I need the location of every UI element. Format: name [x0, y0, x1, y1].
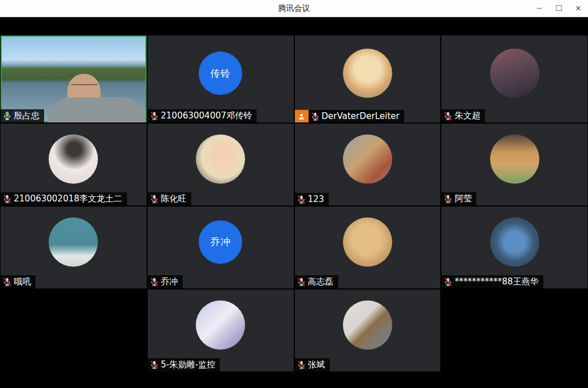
participant-nameplate: ***********88王燕华: [441, 275, 543, 288]
participant-avatar: 乔冲: [199, 220, 242, 264]
participant-name: 陈化旺: [161, 193, 187, 204]
person-denim-framed-picture-avatar: [343, 300, 392, 350]
nameplate-core: 朱文超: [441, 109, 485, 122]
mic-muted-icon: [297, 360, 306, 370]
participant-nameplate: 陈化旺: [148, 192, 191, 205]
participant-tile[interactable]: 哦吼: [1, 207, 147, 288]
mic-muted-icon: [297, 195, 306, 204]
mic-muted-icon: [2, 277, 12, 287]
maximize-button[interactable]: ☐: [549, 0, 569, 17]
shiba-dog-avatar: [343, 49, 392, 98]
mic-muted-icon: [443, 111, 453, 121]
participant-name: 朱文超: [455, 110, 480, 121]
participant-tile[interactable]: 123: [295, 124, 441, 205]
mic-muted-icon: [2, 194, 12, 204]
participant-tile[interactable]: DerVaterDerLeiter: [295, 35, 441, 122]
nameplate-core: 高志磊: [295, 275, 338, 288]
dark-pink-clouds-avatar: [490, 49, 539, 98]
participant-tile[interactable]: 乔冲 乔冲: [148, 207, 294, 288]
participant-nameplate: 高志磊: [295, 275, 338, 288]
video-person-glasses: [72, 84, 98, 90]
participant-name: 殷占忠: [14, 110, 40, 121]
window-title: 腾讯会议: [0, 3, 588, 14]
participant-tile[interactable]: ***********88王燕华: [441, 207, 587, 288]
participant-name: 123: [308, 194, 325, 204]
nameplate-core: 阿莹: [441, 192, 476, 205]
participant-nameplate: 5-朱勋雕-监控: [148, 358, 220, 371]
child-with-headphones-avatar: [196, 134, 245, 184]
participant-tile[interactable]: 殷占忠: [1, 35, 147, 122]
mic-muted-icon: [149, 360, 159, 370]
participant-tile[interactable]: 高志磊: [295, 207, 441, 288]
participant-name: 张斌: [308, 359, 325, 370]
nameplate-core: 5-朱勋雕-监控: [148, 358, 220, 371]
stitch-cartoon-avatar: [490, 217, 539, 267]
cartoon-tang-lady-green-avatar: [490, 134, 539, 184]
dog-with-bowtie-avatar: [343, 217, 392, 267]
nameplate-core: 殷占忠: [1, 109, 44, 122]
nameplate-core: 210063004007邓传铃: [148, 109, 257, 122]
participant-nameplate: 殷占忠: [1, 109, 44, 122]
mic-muted-icon: [443, 194, 453, 204]
participant-tile[interactable]: 张斌: [295, 290, 441, 371]
participant-name: ***********88王燕华: [455, 276, 539, 287]
participant-nameplate: 乔冲: [148, 275, 183, 288]
nameplate-core: DerVaterDerLeiter: [309, 110, 404, 122]
mic-muted-icon: [443, 277, 453, 287]
anime-girl-lavender-avatar: [196, 300, 245, 350]
minimize-button[interactable]: ─: [530, 0, 549, 17]
participant-name: 210063002018李文龙土二: [14, 193, 123, 204]
participant-name: 210063004007邓传铃: [161, 110, 252, 121]
participant-tile[interactable]: 210063002018李文龙土二: [1, 124, 147, 205]
nameplate-core: 210063002018李文龙土二: [1, 192, 127, 205]
avatar-initials-text: 传铃: [210, 67, 231, 80]
participant-name: 高志磊: [308, 276, 334, 287]
nameplate-core: 乔冲: [148, 275, 183, 288]
person-yellow-jacket-sky-avatar: [49, 217, 98, 267]
participant-tile[interactable]: 5-朱勋雕-监控: [148, 290, 294, 371]
titlebar[interactable]: 腾讯会议 ─ ☐ ✕: [0, 0, 588, 17]
participant-name: 哦吼: [14, 276, 31, 287]
participant-nameplate: 张斌: [295, 358, 330, 371]
nameplate-core: 哦吼: [1, 275, 35, 288]
participant-grid: 殷占忠 传铃: [0, 35, 588, 371]
nameplate-core: ***********88王燕华: [441, 275, 543, 288]
participant-nameplate: 210063002018李文龙土二: [1, 192, 127, 205]
video-person-body: [48, 97, 145, 122]
participant-name: 阿莹: [455, 193, 472, 204]
participant-nameplate: 朱文超: [441, 109, 485, 122]
nameplate-core: 陈化旺: [148, 192, 191, 205]
meeting-window: 腾讯会议 ─ ☐ ✕: [0, 0, 588, 388]
participant-tile[interactable]: 朱文超: [441, 35, 587, 122]
boy-white-shirt-avatar: [49, 134, 98, 184]
close-button[interactable]: ✕: [569, 0, 588, 17]
meeting-stage: 殷占忠 传铃: [0, 17, 588, 388]
avatar-initials-text: 乔冲: [210, 235, 231, 248]
participant-nameplate: 210063004007邓传铃: [148, 109, 257, 122]
participant-name: 5-朱勋雕-监控: [161, 359, 215, 370]
construction-site-avatar: [343, 134, 392, 184]
participant-name: DerVaterDerLeiter: [322, 111, 400, 121]
mic-muted-icon: [149, 111, 159, 121]
participant-tile[interactable]: 阿莹: [441, 124, 587, 205]
mic-muted-icon: [297, 277, 306, 287]
participant-tile[interactable]: 传铃 210063004007邓: [148, 35, 294, 122]
nameplate-core: 123: [295, 193, 329, 205]
participant-name: 乔冲: [161, 276, 178, 287]
mic-muted-icon: [310, 112, 320, 121]
mic-muted-icon: [149, 194, 159, 204]
nameplate-core: 张斌: [295, 358, 330, 371]
mic-on-icon: [2, 111, 12, 121]
participant-avatar: 传铃: [199, 52, 242, 95]
participant-nameplate: 123: [295, 193, 329, 205]
participant-nameplate: 阿莹: [441, 192, 476, 205]
participant-tile[interactable]: 陈化旺: [148, 124, 294, 205]
window-controls: ─ ☐ ✕: [530, 0, 588, 17]
participant-nameplate: DerVaterDerLeiter: [295, 110, 404, 122]
mic-muted-icon: [149, 277, 159, 287]
participant-nameplate: 哦吼: [1, 275, 35, 288]
host-badge-icon: [295, 110, 309, 122]
